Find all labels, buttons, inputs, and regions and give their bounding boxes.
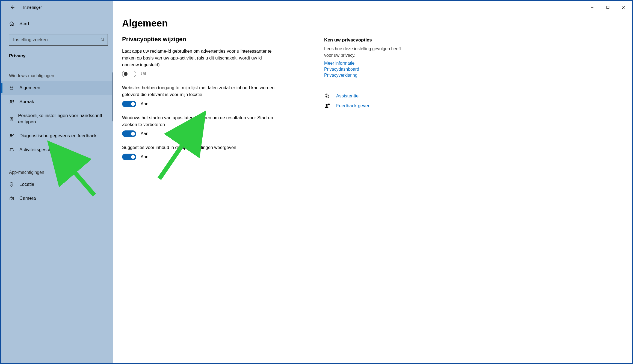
window-controls <box>584 2 632 13</box>
maximize-icon <box>606 6 610 9</box>
aside-action-feedback[interactable]: Feedback geven <box>324 103 403 109</box>
toggle-row: Uit <box>122 71 313 77</box>
sidebar-item-general[interactable]: Algemeen <box>1 81 113 95</box>
link-privacy-statement[interactable]: Privacyverklaring <box>324 73 403 78</box>
toggle-row: Aan <box>122 130 313 137</box>
setting-desc: Suggesties voor inhoud in de app Instell… <box>122 144 275 151</box>
feedback-person-icon <box>324 103 330 109</box>
sidebar-group-windows-permissions: Windows-machtigingen <box>1 60 113 81</box>
sidebar-item-location[interactable]: Locatie <box>1 178 113 192</box>
sidebar-item-diagnostics[interactable]: Diagnostische gegevens en feedback <box>1 129 113 143</box>
toggle-state-label: Aan <box>141 102 148 106</box>
setting-desc: Laat apps uw reclame-id gebruiken om adv… <box>122 48 275 68</box>
search-input[interactable] <box>13 37 100 43</box>
svg-line-5 <box>103 40 104 41</box>
sidebar-home[interactable]: Start <box>1 18 113 30</box>
search-box[interactable] <box>9 34 108 46</box>
setting-app-launch-tracking: Windows het starten van apps laten trace… <box>122 114 313 137</box>
close-icon <box>622 6 625 9</box>
svg-point-4 <box>101 38 103 40</box>
sidebar-item-activity-history[interactable]: Activiteitsgeschiedenis <box>1 143 113 157</box>
toggle-advertising-id[interactable] <box>122 71 136 77</box>
toggle-state-label: Uit <box>141 71 146 76</box>
arrow-left-icon <box>10 5 15 10</box>
toggle-app-launch-tracking[interactable] <box>122 130 136 137</box>
svg-point-23 <box>327 96 327 97</box>
svg-point-7 <box>10 100 12 102</box>
toggle-state-label: Aan <box>141 131 148 136</box>
sidebar-item-inking[interactable]: Persoonlijke instellingen voor handschri… <box>1 109 113 129</box>
feedback-icon <box>9 133 14 139</box>
back-button[interactable] <box>7 2 17 12</box>
titlebar-left: Instellingen <box>1 1 113 13</box>
sidebar-item-label: Algemeen <box>19 85 40 91</box>
minimize-icon <box>590 6 594 9</box>
toggle-row: Aan <box>122 154 313 160</box>
aside-heading: Ken uw privacyopties <box>324 37 403 43</box>
sidebar-group-app-permissions: App-machtigingen <box>1 157 113 178</box>
sidebar-home-label: Start <box>19 21 29 26</box>
sidebar-item-label: Locatie <box>19 181 34 188</box>
sidebar: Start Privacy Windows-machtigingen Algem… <box>1 1 113 363</box>
camera-icon <box>9 196 14 201</box>
aside-actions: Assistentie Feedback geven <box>324 93 403 109</box>
sidebar-item-speech[interactable]: Spraak <box>1 95 113 109</box>
sidebar-item-label: Camera <box>19 195 36 202</box>
search-icon <box>100 37 105 43</box>
clipboard-icon <box>9 116 14 122</box>
speech-icon <box>9 99 14 105</box>
aside-text: Lees hoe deze instelling gevolgen heeft … <box>324 46 403 59</box>
maximize-button[interactable] <box>600 2 616 13</box>
close-button[interactable] <box>616 2 632 13</box>
sidebar-item-label: Activiteitsgeschiedenis <box>19 147 66 153</box>
minimize-button[interactable] <box>584 2 600 13</box>
titlebar: Instellingen <box>1 1 632 13</box>
toggle-suggested-content[interactable] <box>122 154 136 160</box>
home-icon <box>9 21 14 26</box>
aside-panel: Ken uw privacyopties Lees hoe deze inste… <box>313 18 403 357</box>
sidebar-scrollbar[interactable] <box>112 72 113 121</box>
svg-rect-14 <box>10 149 13 151</box>
search-wrap <box>1 30 113 48</box>
timeline-icon <box>9 147 14 152</box>
help-icon <box>324 93 330 99</box>
setting-desc: Websites hebben toegang tot mijn lijst m… <box>122 84 275 98</box>
sidebar-item-label: Diagnostische gegevens en feedback <box>19 133 97 139</box>
svg-point-24 <box>326 104 328 106</box>
toggle-row: Aan <box>122 101 313 107</box>
setting-desc: Windows het starten van apps laten trace… <box>122 114 275 128</box>
aside-action-help[interactable]: Assistentie <box>324 93 403 99</box>
page-title: Algemeen <box>122 18 313 29</box>
content-area: Start Privacy Windows-machtigingen Algem… <box>1 1 632 363</box>
location-icon <box>9 182 14 187</box>
setting-suggested-content: Suggesties voor inhoud in de app Instell… <box>122 144 313 160</box>
titlebar-right <box>113 2 632 13</box>
svg-point-19 <box>11 183 12 184</box>
sidebar-item-camera[interactable]: Camera <box>1 192 113 205</box>
main-panel: Algemeen Privacyopties wijzigen Laat app… <box>113 1 632 363</box>
aside-action-label: Assistentie <box>336 93 359 99</box>
settings-window: Instellingen Start <box>1 1 632 363</box>
svg-rect-6 <box>10 88 13 90</box>
setting-advertising-id: Laat apps uw reclame-id gebruiken om adv… <box>122 48 313 77</box>
svg-rect-1 <box>607 6 609 9</box>
link-privacy-dashboard[interactable]: Privacydashboard <box>324 67 403 72</box>
toggle-state-label: Aan <box>141 154 148 159</box>
aside-action-label: Feedback geven <box>336 103 371 109</box>
sidebar-item-label: Spraak <box>19 99 34 105</box>
sidebar-item-label: Persoonlijke instellingen voor handschri… <box>18 113 108 125</box>
svg-rect-25 <box>328 104 330 105</box>
link-more-info[interactable]: Meer informatie <box>324 61 403 66</box>
window-title: Instellingen <box>23 5 43 10</box>
lock-icon <box>9 85 14 90</box>
svg-point-21 <box>11 198 13 199</box>
toggle-language-list[interactable] <box>122 101 136 107</box>
section-title: Privacyopties wijzigen <box>122 36 313 43</box>
sidebar-category: Privacy <box>1 48 113 60</box>
svg-point-13 <box>10 134 12 136</box>
main-column: Algemeen Privacyopties wijzigen Laat app… <box>122 18 313 357</box>
setting-language-list: Websites hebben toegang tot mijn lijst m… <box>122 84 313 107</box>
